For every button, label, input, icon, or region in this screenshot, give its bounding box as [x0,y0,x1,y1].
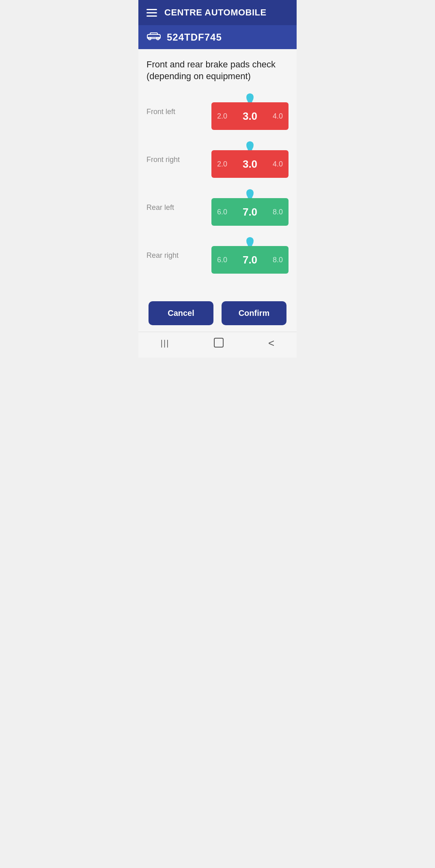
slider-container-1[interactable]: 2.0 3.0 4.0 [211,141,289,178]
slider-container-0[interactable]: 2.0 3.0 4.0 [211,93,289,130]
bar-center-3: 7.0 [243,254,257,266]
bar-left-1: 2.0 [217,160,227,168]
svg-rect-0 [147,35,160,39]
slider-container-2[interactable]: 6.0 7.0 8.0 [211,189,289,226]
brake-row-3: Rear right 6.0 7.0 8.0 [146,237,289,274]
bar-center-2: 7.0 [243,206,257,218]
navigation-bar: ||| < [138,332,297,358]
brake-label-3: Rear right [146,251,211,260]
vehicle-header: 524TDF745 [138,25,297,49]
page-title: Front and rear brake pads check (dependi… [146,59,289,82]
bar-left-3: 6.0 [217,256,227,264]
slider-bar-1[interactable]: 2.0 3.0 4.0 [211,150,289,178]
brake-row-1: Front right 2.0 3.0 4.0 [146,141,289,178]
nav-home-icon[interactable] [214,338,224,349]
brake-label-1: Front right [146,155,211,164]
slider-indicator-1 [246,141,254,150]
footer-buttons: Cancel Confirm [138,293,297,332]
vehicle-plate: 524TDF745 [167,32,222,43]
bar-left-0: 2.0 [217,112,227,121]
brake-row-0: Front left 2.0 3.0 4.0 [146,93,289,130]
slider-bar-2[interactable]: 6.0 7.0 8.0 [211,198,289,226]
slider-container-3[interactable]: 6.0 7.0 8.0 [211,237,289,274]
main-content: Front and rear brake pads check (dependi… [138,49,297,293]
slider-bar-3[interactable]: 6.0 7.0 8.0 [211,246,289,274]
bar-right-1: 4.0 [273,160,283,168]
cancel-button[interactable]: Cancel [149,301,213,325]
brake-label-2: Rear left [146,203,211,212]
header-top: CENTRE AUTOMOBILE [138,0,297,25]
bar-right-2: 8.0 [273,208,283,216]
slider-bar-0[interactable]: 2.0 3.0 4.0 [211,102,289,130]
nav-back-icon[interactable]: < [268,337,274,350]
app-title: CENTRE AUTOMOBILE [164,7,267,18]
confirm-button[interactable]: Confirm [222,301,286,325]
brake-row-2: Rear left 6.0 7.0 8.0 [146,189,289,226]
bar-center-0: 3.0 [243,110,257,123]
slider-indicator-2 [246,189,254,198]
bar-center-1: 3.0 [243,158,257,171]
brake-label-0: Front left [146,108,211,116]
nav-menu-icon[interactable]: ||| [161,339,170,348]
slider-indicator-3 [246,237,254,246]
bar-left-2: 6.0 [217,208,227,216]
bar-right-3: 8.0 [273,256,283,264]
bar-right-0: 4.0 [273,112,283,121]
car-icon [146,31,161,43]
menu-button[interactable] [146,9,157,17]
slider-indicator-0 [246,93,254,102]
